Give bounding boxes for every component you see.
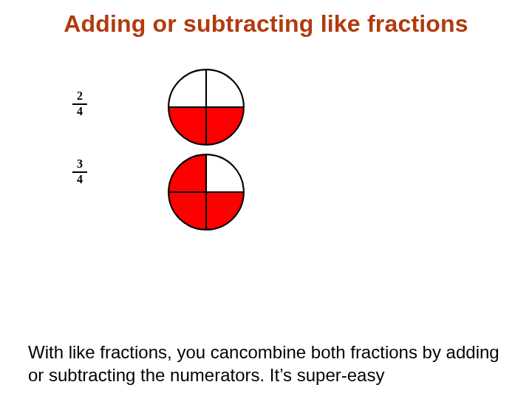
fraction-3-over-4: 3 4 — [72, 158, 87, 186]
fraction-denominator: 4 — [77, 174, 83, 186]
fraction-numerator: 2 — [77, 90, 83, 103]
fraction-circle-3-4 — [167, 153, 245, 231]
slide: Adding or subtracting like fractions 2 4… — [0, 0, 532, 399]
fraction-numerator: 3 — [77, 158, 83, 171]
fraction-denominator: 4 — [77, 106, 83, 118]
fraction-circle-2-4 — [167, 68, 245, 146]
page-title: Adding or subtracting like fractions — [0, 10, 532, 38]
body-text: With like fractions, you cancombine both… — [28, 341, 508, 386]
fraction-2-over-4: 2 4 — [72, 90, 87, 118]
